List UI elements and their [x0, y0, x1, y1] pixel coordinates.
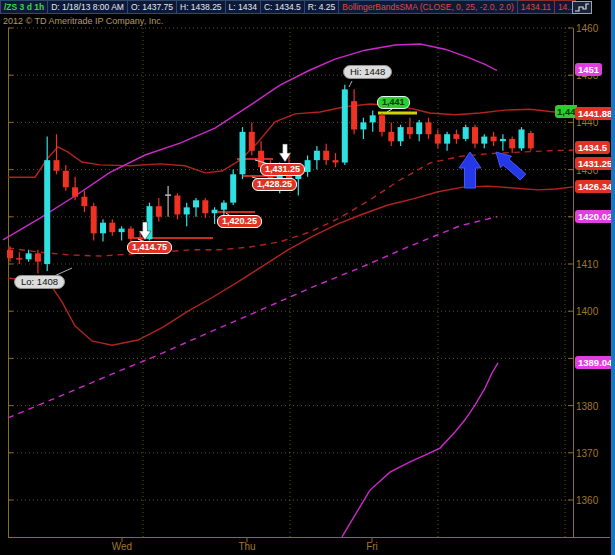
- price-callout-1-431-25[interactable]: 1,431.25: [260, 163, 305, 176]
- candle-body: [109, 223, 115, 232]
- candle-body: [35, 253, 41, 261]
- candle-body: [333, 160, 339, 162]
- candle-body: [472, 127, 478, 144]
- green-alert-badge[interactable]: 1,441: [555, 105, 577, 118]
- price-callout-1-428-25[interactable]: 1,428.25: [252, 178, 297, 191]
- y-axis-label: 1460: [576, 23, 598, 34]
- candle-body: [221, 203, 227, 210]
- price-badge-1434-5: 1434.5: [575, 141, 610, 154]
- candle-body: [7, 250, 13, 258]
- candle-body: [193, 200, 199, 207]
- study-label[interactable]: BollingerBandsSMA (CLOSE, 0, 25, -2.0, 2…: [339, 0, 518, 14]
- blue-up-arrow[interactable]: [496, 152, 526, 180]
- day-label-thu: Thu: [232, 541, 262, 552]
- candle-body: [388, 132, 394, 141]
- candle-body: [44, 160, 50, 264]
- y-axis-label: 1400: [576, 306, 598, 317]
- candle-body: [342, 89, 348, 162]
- chart-plot-area[interactable]: [0, 0, 615, 555]
- candle-body: [165, 194, 171, 196]
- bubble-lo[interactable]: Lo: 1408: [14, 275, 65, 289]
- candle-body: [72, 187, 78, 196]
- candle-body: [230, 174, 236, 202]
- candle-body: [314, 151, 320, 160]
- candle-body: [100, 223, 106, 234]
- day-label-fri: Fri: [357, 541, 387, 552]
- chart-header-bar: /ZS 3 d 1h D: 1/18/13 8:00 AM O: 1437.75…: [0, 0, 576, 14]
- day-label-wed: Wed: [107, 541, 137, 552]
- candle-body: [351, 101, 357, 129]
- bar-open: O: 1437.75: [128, 0, 177, 14]
- price-badge-1451: 1451: [575, 63, 602, 76]
- candle-body: [249, 132, 255, 151]
- candle-body: [435, 134, 441, 143]
- candle-body: [407, 127, 413, 134]
- candle-body: [174, 196, 180, 215]
- candle-body: [202, 200, 208, 213]
- symbol-timeframe[interactable]: /ZS 3 d 1h: [0, 0, 48, 14]
- candle-body: [323, 151, 329, 160]
- candle-body: [128, 229, 134, 238]
- bar-close: C: 1434.5: [261, 0, 305, 14]
- chart-style-icon[interactable]: [572, 1, 592, 14]
- bubble-leader: [349, 81, 352, 87]
- candle-body: [184, 207, 190, 214]
- price-callout-1-420-25[interactable]: 1,420.25: [217, 215, 262, 228]
- candle-body: [426, 122, 432, 134]
- candle-body: [398, 127, 404, 141]
- price-badge-1441-88: 1441.88: [575, 107, 615, 120]
- candle-body: [81, 197, 87, 206]
- bar-high: H: 1438.25: [177, 0, 226, 14]
- candle-body: [509, 139, 515, 148]
- candle-body: [491, 137, 497, 142]
- price-badge-1431-25: 1431.25: [575, 157, 615, 170]
- candle-body: [500, 139, 506, 141]
- candle-body: [453, 134, 459, 139]
- candle-body: [26, 253, 32, 259]
- bar-low: L: 1434: [226, 0, 261, 14]
- trading-chart-window: /ZS 3 d 1h D: 1/18/13 8:00 AM O: 1437.75…: [0, 0, 615, 555]
- candle-body: [240, 132, 246, 174]
- y-axis-label: 1370: [576, 448, 598, 459]
- bar-date: D: 1/18/13 8:00 AM: [48, 0, 128, 14]
- candle-body: [379, 115, 385, 132]
- copyright-text: 2012 © TD Ameritrade IP Company, Inc.: [3, 16, 163, 26]
- price-badge-1389-04: 1389.04: [575, 356, 615, 369]
- window-edge-strip: [611, 0, 615, 555]
- candle-body: [119, 229, 125, 233]
- bubble-hi[interactable]: Hi: 1448: [343, 65, 392, 79]
- candle-body: [91, 206, 97, 233]
- candle-body: [519, 129, 525, 148]
- candle-body: [212, 210, 218, 214]
- candle-body: [305, 160, 311, 172]
- study-value-1: 1434.11: [518, 0, 555, 14]
- candle-body: [63, 171, 69, 188]
- candle-body: [416, 122, 422, 134]
- magenta-lower-curve: [342, 363, 498, 537]
- candle-body: [481, 137, 487, 144]
- price-badge-1420-02: 1420.02: [575, 210, 615, 223]
- candle-body: [54, 160, 60, 171]
- y-axis-label: 1360: [576, 495, 598, 506]
- price-callout-1-414-75[interactable]: 1,414.75: [127, 241, 172, 254]
- price-callout-1-441[interactable]: 1,441: [377, 96, 410, 109]
- candle-body: [444, 134, 450, 143]
- y-axis-label: 1410: [576, 259, 598, 270]
- candle-body: [370, 115, 376, 122]
- candle-body: [528, 133, 534, 148]
- price-badge-1426-34: 1426.34: [575, 180, 615, 193]
- y-axis-label: 1380: [576, 401, 598, 412]
- candle-body: [463, 127, 469, 139]
- bar-range: R: 4.25: [305, 0, 339, 14]
- candle-body: [16, 258, 22, 260]
- candle-body: [156, 206, 162, 217]
- candle-body: [360, 122, 366, 129]
